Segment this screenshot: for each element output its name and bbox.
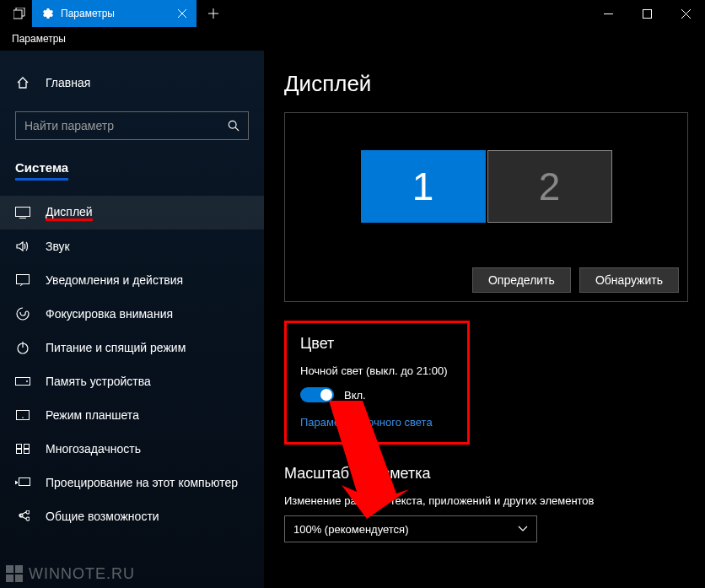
svg-rect-14 <box>24 450 30 454</box>
svg-rect-2 <box>643 9 651 18</box>
shared-icon <box>15 509 30 524</box>
night-light-settings-link[interactable]: Параметры ночного света <box>300 416 454 429</box>
nav-storage[interactable]: Память устройства <box>0 364 264 398</box>
titlebar: Параметры <box>0 0 705 27</box>
svg-rect-15 <box>19 478 30 486</box>
search-icon <box>228 120 239 132</box>
maximize-button[interactable] <box>627 0 666 27</box>
svg-rect-13 <box>17 450 22 454</box>
night-light-toggle[interactable] <box>300 387 334 402</box>
nav-shared-label: Общие возможности <box>46 510 159 523</box>
nav-focus[interactable]: Фокусировка внимания <box>0 297 264 331</box>
notifications-icon <box>15 272 30 288</box>
watermark: WINNOTE.RU <box>5 564 135 583</box>
svg-rect-18 <box>15 565 23 573</box>
nav-power[interactable]: Питание и спящий режим <box>0 331 264 364</box>
detect-button[interactable]: Обнаружить <box>579 267 679 293</box>
tab-title: Параметры <box>61 8 171 19</box>
nav-display-label: Дисплей <box>46 205 93 221</box>
search-input[interactable] <box>15 111 249 140</box>
nav-multitasking[interactable]: Многозадачность <box>0 432 264 466</box>
tab-settings[interactable]: Параметры <box>32 0 196 27</box>
nav-tablet-label: Режим планшета <box>46 408 139 422</box>
nav-storage-label: Память устройства <box>46 375 151 388</box>
nav-tablet[interactable]: Режим планшета <box>0 398 264 432</box>
svg-rect-17 <box>6 565 13 573</box>
toggle-state-label: Вкл. <box>344 389 366 402</box>
svg-rect-4 <box>16 208 30 217</box>
power-icon <box>15 340 30 355</box>
scale-title: Масштаб и разметка <box>284 465 688 483</box>
monitor-arrangement: 1 2 Определить Обнаружить <box>284 112 688 302</box>
multitasking-icon <box>15 441 30 456</box>
svg-rect-11 <box>17 445 22 449</box>
gear-icon <box>42 8 54 19</box>
svg-point-3 <box>229 121 236 128</box>
new-tab-button[interactable] <box>196 0 230 27</box>
sound-icon <box>15 239 30 254</box>
nav-sound-label: Звук <box>46 240 70 253</box>
color-section-highlight: Цвет Ночной свет (выкл. до 21:00) Вкл. П… <box>284 321 470 445</box>
svg-rect-9 <box>17 411 30 420</box>
home-icon <box>15 75 30 90</box>
nav-multitasking-label: Многозадачность <box>46 442 141 456</box>
nav-home-label: Главная <box>46 76 90 89</box>
nav-shared[interactable]: Общие возможности <box>0 499 264 533</box>
breadcrumb: Параметры <box>0 27 705 51</box>
display-icon <box>15 205 30 220</box>
night-light-label: Ночной свет (выкл. до 21:00) <box>300 364 454 377</box>
nav-display[interactable]: Дисплей <box>0 196 264 229</box>
nav-projecting[interactable]: Проецирование на этот компьютер <box>0 466 264 499</box>
focus-icon <box>15 306 30 321</box>
svg-rect-0 <box>13 10 22 19</box>
svg-point-8 <box>26 380 28 382</box>
storage-icon <box>15 374 30 389</box>
nav-sound[interactable]: Звук <box>0 229 264 263</box>
nav-focus-label: Фокусировка внимания <box>46 307 173 321</box>
window-restore-icon[interactable] <box>7 0 32 27</box>
monitor-2[interactable]: 2 <box>487 150 612 223</box>
monitor-1[interactable]: 1 <box>361 150 486 223</box>
search-field[interactable] <box>24 119 228 132</box>
chevron-down-icon <box>518 526 528 532</box>
section-header-system: Система <box>0 155 264 187</box>
nav-notifications[interactable]: Уведомления и действия <box>0 263 264 297</box>
identify-button[interactable]: Определить <box>472 267 571 293</box>
nav-notifications-label: Уведомления и действия <box>46 273 183 287</box>
svg-point-10 <box>22 417 24 418</box>
window-controls <box>589 0 705 27</box>
projecting-icon <box>15 475 30 490</box>
nav-home[interactable]: Главная <box>0 66 264 100</box>
color-title: Цвет <box>300 335 454 353</box>
svg-rect-12 <box>24 445 30 449</box>
scale-subtitle: Изменение размера текста, приложений и д… <box>284 494 688 507</box>
nav-projecting-label: Проецирование на этот компьютер <box>46 476 238 489</box>
svg-rect-19 <box>6 575 13 582</box>
sidebar: Главная Система Дисплей Звук Уведомления… <box>0 51 264 588</box>
minimize-button[interactable] <box>589 0 627 27</box>
scale-section: Масштаб и разметка Изменение размера тек… <box>284 465 688 542</box>
scale-dropdown[interactable]: 100% (рекомендуется) <box>284 515 537 542</box>
svg-rect-5 <box>17 275 30 284</box>
svg-rect-1 <box>604 13 613 14</box>
close-button[interactable] <box>666 0 705 27</box>
content-area: Дисплей 1 2 Определить Обнаружить Цвет Н… <box>264 51 705 588</box>
tablet-icon <box>15 407 30 423</box>
svg-rect-20 <box>15 575 23 582</box>
close-tab-icon[interactable] <box>178 9 186 18</box>
scale-value: 100% (рекомендуется) <box>293 523 408 536</box>
nav-power-label: Питание и спящий режим <box>46 341 186 354</box>
page-title: Дисплей <box>284 71 688 97</box>
